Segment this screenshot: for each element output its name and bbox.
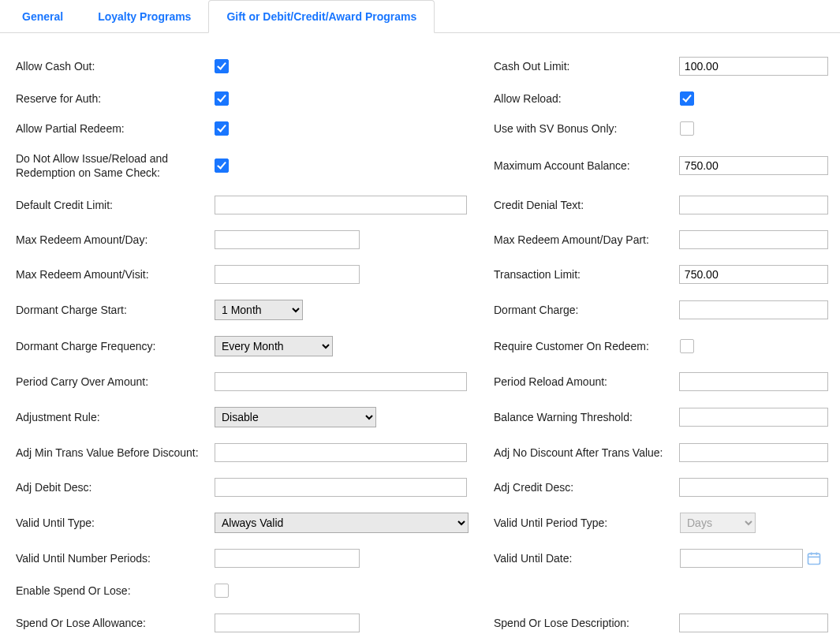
input-period-carry-over[interactable] <box>215 372 467 391</box>
label-cash-out-limit: Cash Out Limit: <box>494 60 679 73</box>
calendar-icon[interactable] <box>805 550 823 567</box>
tab-general[interactable]: General <box>5 1 80 32</box>
label-valid-until-number-periods: Valid Until Number Periods: <box>16 552 215 565</box>
select-valid-until-type[interactable]: Always Valid <box>215 513 469 533</box>
select-dormant-charge-frequency[interactable]: Every Month <box>215 336 333 356</box>
svg-rect-0 <box>808 554 820 565</box>
input-credit-denial-text[interactable] <box>679 196 828 214</box>
input-valid-until-date[interactable] <box>680 549 803 568</box>
label-allow-partial-redeem: Allow Partial Redeem: <box>16 122 215 136</box>
input-transaction-limit[interactable] <box>679 265 828 284</box>
label-valid-until-type: Valid Until Type: <box>16 517 215 530</box>
label-adj-debit-desc: Adj Debit Desc: <box>16 481 215 494</box>
input-default-credit-limit[interactable] <box>215 196 467 214</box>
input-adj-no-discount[interactable] <box>679 443 828 462</box>
label-credit-denial-text: Credit Denial Text: <box>494 199 679 212</box>
input-max-redeem-visit[interactable] <box>215 265 360 284</box>
input-period-reload[interactable] <box>679 372 828 391</box>
tabs-bar: General Loyalty Programs Gift or Debit/C… <box>0 0 840 33</box>
label-adj-no-discount: Adj No Discount After Trans Value: <box>494 446 679 460</box>
select-dormant-charge-start[interactable]: 1 Month <box>215 300 303 320</box>
input-adj-credit-desc[interactable] <box>679 478 828 497</box>
checkbox-allow-partial-redeem[interactable] <box>215 121 229 136</box>
label-default-credit-limit: Default Credit Limit: <box>16 199 215 212</box>
input-max-redeem-day[interactable] <box>215 230 360 249</box>
checkbox-no-issue-reload-same-check[interactable] <box>215 158 229 173</box>
label-spend-or-lose-allowance: Spend Or Lose Allowance: <box>16 617 215 630</box>
label-valid-until-period-type: Valid Until Period Type: <box>494 517 680 530</box>
label-adj-credit-desc: Adj Credit Desc: <box>494 481 679 494</box>
label-adjustment-rule: Adjustment Rule: <box>16 411 215 424</box>
checkbox-sv-bonus-only[interactable] <box>680 121 694 136</box>
label-max-account-balance: Maximum Account Balance: <box>494 159 679 173</box>
checkbox-allow-cash-out[interactable] <box>215 59 229 73</box>
label-no-issue-reload-same-check: Do Not Allow Issue/Reload and Redemption… <box>16 151 215 180</box>
input-valid-until-number-periods[interactable] <box>215 549 360 568</box>
label-balance-warning: Balance Warning Threshold: <box>494 411 679 424</box>
label-max-redeem-day: Max Redeem Amount/Day: <box>16 233 215 247</box>
tab-gift-debit-credit-award[interactable]: Gift or Debit/Credit/Award Programs <box>208 0 435 33</box>
form-content: Allow Cash Out: Cash Out Limit: Reserve … <box>0 33 840 634</box>
input-adj-debit-desc[interactable] <box>215 478 467 497</box>
label-require-customer-redeem: Require Customer On Redeem: <box>494 339 680 353</box>
label-period-carry-over: Period Carry Over Amount: <box>16 375 215 389</box>
label-dormant-charge: Dormant Charge: <box>494 304 679 317</box>
label-adj-min-trans: Adj Min Trans Value Before Discount: <box>16 446 215 460</box>
input-cash-out-limit[interactable] <box>679 57 828 76</box>
select-adjustment-rule[interactable]: Disable <box>215 407 376 427</box>
input-adj-min-trans[interactable] <box>215 443 467 462</box>
checkbox-enable-spend-or-lose[interactable] <box>215 584 229 598</box>
checkbox-require-customer-redeem[interactable] <box>680 339 694 353</box>
label-enable-spend-or-lose: Enable Spend Or Lose: <box>16 584 215 598</box>
checkbox-allow-reload[interactable] <box>680 91 694 106</box>
input-spend-or-lose-allowance[interactable] <box>215 613 360 632</box>
label-dormant-charge-frequency: Dormant Charge Frequency: <box>16 340 215 353</box>
checkbox-reserve-auth[interactable] <box>215 91 229 106</box>
input-max-redeem-day-part[interactable] <box>679 230 828 249</box>
label-valid-until-date: Valid Until Date: <box>494 552 680 565</box>
input-dormant-charge[interactable] <box>679 300 828 319</box>
label-sv-bonus-only: Use with SV Bonus Only: <box>494 122 680 136</box>
label-period-reload: Period Reload Amount: <box>494 375 679 389</box>
select-valid-until-period-type[interactable]: Days <box>680 513 756 533</box>
label-max-redeem-day-part: Max Redeem Amount/Day Part: <box>494 233 679 247</box>
label-transaction-limit: Transaction Limit: <box>494 268 679 282</box>
label-max-redeem-visit: Max Redeem Amount/Visit: <box>16 268 215 282</box>
input-spend-or-lose-description[interactable] <box>679 613 828 632</box>
input-balance-warning[interactable] <box>679 408 828 427</box>
input-max-account-balance[interactable] <box>679 156 828 175</box>
label-allow-reload: Allow Reload: <box>494 92 680 106</box>
label-dormant-charge-start: Dormant Charge Start: <box>16 304 215 317</box>
label-spend-or-lose-description: Spend Or Lose Description: <box>494 617 679 630</box>
label-reserve-auth: Reserve for Auth: <box>16 92 215 106</box>
label-allow-cash-out: Allow Cash Out: <box>16 60 215 73</box>
tab-loyalty[interactable]: Loyalty Programs <box>80 1 208 32</box>
